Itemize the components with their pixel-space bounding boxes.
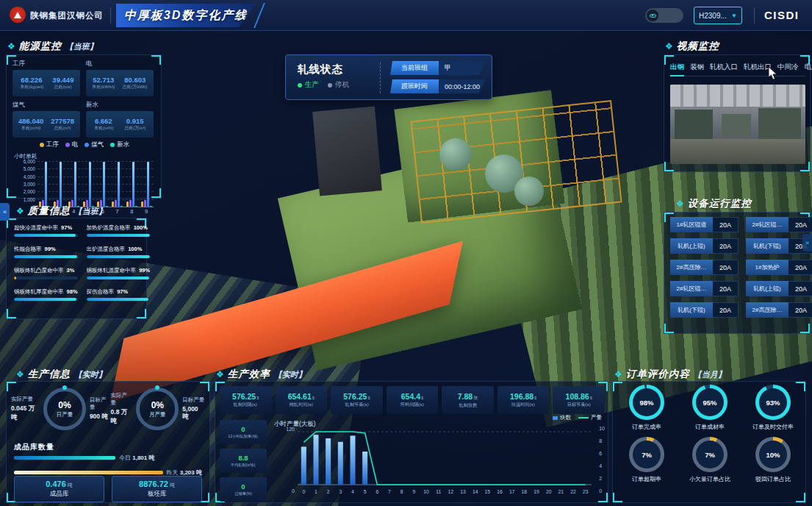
device-value: 20A bbox=[788, 281, 812, 296]
video-tab-5[interactable]: 电加热 bbox=[805, 63, 812, 72]
bar-group bbox=[68, 161, 79, 207]
panel-collapse-handle-left[interactable]: « bbox=[0, 203, 10, 221]
energy-value-label: 总耗(tce) bbox=[54, 84, 73, 90]
video-tab-3[interactable]: 轧机出口 bbox=[744, 63, 772, 72]
gauge-right-text: 目标产量900 吨 bbox=[90, 396, 111, 421]
device-panel: 1#轧区辊道20A2#轧区辊…20A轧机(上辊)20A轧机(下辊)20A2#高压… bbox=[664, 212, 811, 334]
visibility-toggle[interactable] bbox=[645, 8, 683, 23]
progress-track bbox=[14, 298, 78, 301]
device-value: 20A bbox=[788, 217, 812, 232]
svg-text:17: 17 bbox=[509, 489, 515, 494]
hourly-bar bbox=[362, 452, 367, 485]
quality-panel-title: ❖ 质量信息 【当班】 bbox=[16, 204, 107, 218]
energy-value-cell: 80.603总耗(万kWh) bbox=[121, 76, 148, 90]
video-feed-content bbox=[670, 85, 805, 107]
order-gauge-label: 小欠量订单占比 bbox=[689, 475, 730, 483]
production-panel-title: ❖ 生产信息 【实时】 bbox=[16, 368, 107, 381]
video-tab-0[interactable]: 出钢 bbox=[670, 63, 684, 72]
quality-item: 性能合格率 99% bbox=[14, 246, 78, 258]
stat-label: 轧制间隔(s) bbox=[234, 402, 257, 408]
status-legend-item: 生产 bbox=[298, 80, 319, 90]
order-gauge-label: 驳回订单占比 bbox=[755, 475, 791, 483]
device-row: 轧机(下辊)20A2#高压除…20A bbox=[670, 302, 812, 318]
hourly-production-chart: 01234567891011121314151617181920212223 bbox=[298, 427, 592, 498]
production-panel: 实际产量0.045 万吨0%日产量目标产量900 吨实际产量0.8 万吨0%月产… bbox=[6, 381, 210, 503]
stock-bar bbox=[14, 471, 163, 474]
stat-unit: 块 bbox=[473, 395, 478, 400]
stock-bar bbox=[14, 456, 115, 460]
stock-bar-row: 今日 1,801 吨 bbox=[14, 454, 202, 462]
energy-value: 80.603 bbox=[121, 76, 148, 84]
order-gauge-label: 订单及时交付率 bbox=[752, 423, 794, 431]
quality-value: 97% bbox=[60, 224, 72, 231]
progress-track bbox=[14, 234, 78, 237]
bar bbox=[126, 202, 129, 207]
device-cell: 轧机(下辊)20A bbox=[670, 302, 739, 318]
efficiency-side-stats: 012小时轧制量(块)8.8平均轧制(s/块)0过钢量(%) bbox=[220, 420, 267, 502]
bar-group bbox=[97, 161, 108, 207]
header-divider bbox=[754, 7, 755, 24]
quality-grid: 超快冷温度命中率 97%加热炉温度合格率 100%性能合格率 99%出炉温度合格… bbox=[14, 224, 140, 301]
device-select-dropdown[interactable]: H2309... ▼ bbox=[694, 7, 742, 24]
stat-label: 轧制块数 bbox=[459, 402, 477, 409]
stock-card-unit: 吨 bbox=[68, 482, 73, 488]
stat-value: 654.61s bbox=[288, 392, 315, 401]
header-divider bbox=[110, 7, 111, 24]
hourly-bar bbox=[351, 435, 356, 485]
order-gauge-ring: 7% bbox=[692, 437, 727, 472]
bar bbox=[132, 162, 134, 207]
device-label: 2#轧区辊… bbox=[670, 281, 713, 296]
efficiency-stat-card: 576.25s轧制间隔(s) bbox=[220, 386, 272, 414]
bar bbox=[89, 162, 91, 207]
progress-fill bbox=[87, 277, 150, 279]
x-tick-label: 8 bbox=[130, 208, 133, 215]
panel-collapse-handle-right[interactable]: » bbox=[802, 234, 812, 252]
energy-value: 52.713 bbox=[91, 76, 116, 84]
order-gauge: 95%订单成材率 bbox=[680, 385, 739, 431]
video-panel: 出钢装钢轧机入口轧机出口中间冷电加热 bbox=[664, 54, 811, 172]
svg-text:0: 0 bbox=[302, 489, 305, 494]
efficiency-stat-card: 108.86s目标节奏(s) bbox=[553, 386, 605, 414]
video-feed-content bbox=[722, 114, 751, 136]
svg-text:2: 2 bbox=[327, 489, 330, 494]
video-feed-content bbox=[758, 108, 801, 142]
svg-text:15: 15 bbox=[485, 489, 491, 494]
bar bbox=[106, 206, 108, 207]
device-label: 1#加热炉 bbox=[746, 260, 788, 275]
device-value: 20A bbox=[788, 302, 812, 318]
stock-bar-text: 今日 1,801 吨 bbox=[119, 454, 154, 462]
video-tab-1[interactable]: 装钢 bbox=[690, 63, 704, 72]
bar bbox=[135, 206, 137, 207]
efficiency-panel: 576.25s轧制间隔(s)654.61s纯轧时间(s)576.25s轧制节奏(… bbox=[215, 381, 608, 503]
stat-value: 576.25s bbox=[343, 392, 370, 401]
video-panel-title: ❖ 视频监控 bbox=[665, 40, 719, 53]
stock-cards: 0.476吨成品库8876.72吨板坯库 bbox=[14, 476, 202, 502]
quality-value: 97% bbox=[115, 288, 128, 295]
video-feed[interactable] bbox=[670, 85, 805, 164]
progress-track bbox=[87, 234, 151, 237]
quality-item: 出炉温度合格率 100% bbox=[87, 246, 151, 258]
video-tab-4[interactable]: 中间冷 bbox=[777, 63, 799, 72]
order-gauge: 98%订单完成率 bbox=[617, 385, 676, 431]
stat-unit: s bbox=[421, 395, 423, 400]
device-row: 2#高压除…20A1#加热炉20A bbox=[670, 260, 812, 275]
device-row: 轧机(上辊)20A轧机(下辊)20A bbox=[670, 238, 812, 254]
progress-fill bbox=[87, 255, 151, 258]
energy-card-name: 新水 bbox=[86, 101, 154, 110]
diamond-icon: ❖ bbox=[614, 370, 622, 379]
stat-label: 轧制节奏(s) bbox=[345, 402, 368, 408]
page-title-plate: 中厚板3D数字化产线 bbox=[116, 4, 256, 27]
energy-value: 0.915 bbox=[123, 117, 146, 125]
stat-unit: s bbox=[367, 395, 370, 400]
legend-dot bbox=[85, 143, 89, 147]
quality-label: 加热炉温度合格率 100% bbox=[87, 224, 151, 232]
gauge-left-text: 实际产量0.8 万吨 bbox=[111, 392, 133, 426]
video-tab-2[interactable]: 轧机入口 bbox=[710, 63, 738, 72]
right-axis-tick: 6 bbox=[599, 451, 605, 456]
hourly-bar bbox=[301, 446, 306, 485]
svg-text:1: 1 bbox=[315, 489, 317, 494]
svg-text:13: 13 bbox=[460, 489, 466, 494]
company-name: 陕钢集团汉钢公司 bbox=[30, 10, 104, 21]
line-status-divider bbox=[380, 63, 381, 93]
order-gauge-ring: 98% bbox=[629, 385, 664, 420]
